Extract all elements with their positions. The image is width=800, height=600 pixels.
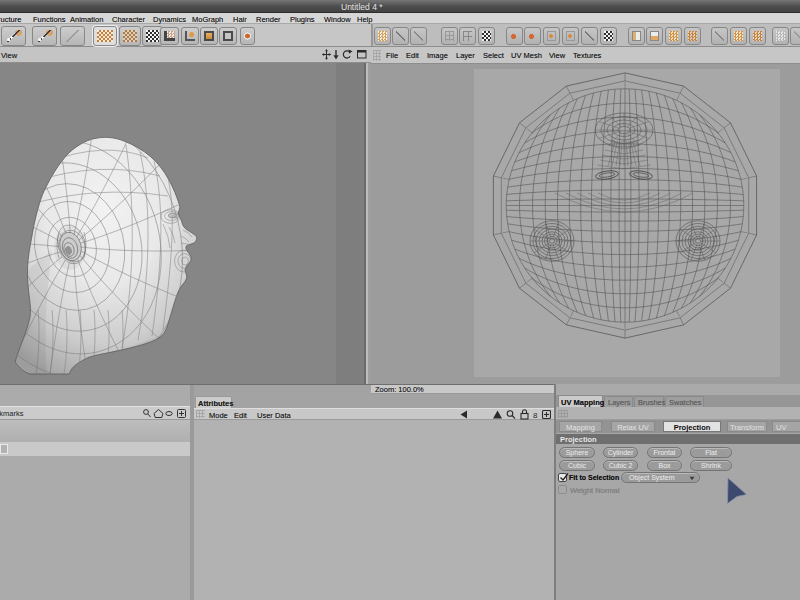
svg-text:8: 8 bbox=[533, 411, 538, 420]
